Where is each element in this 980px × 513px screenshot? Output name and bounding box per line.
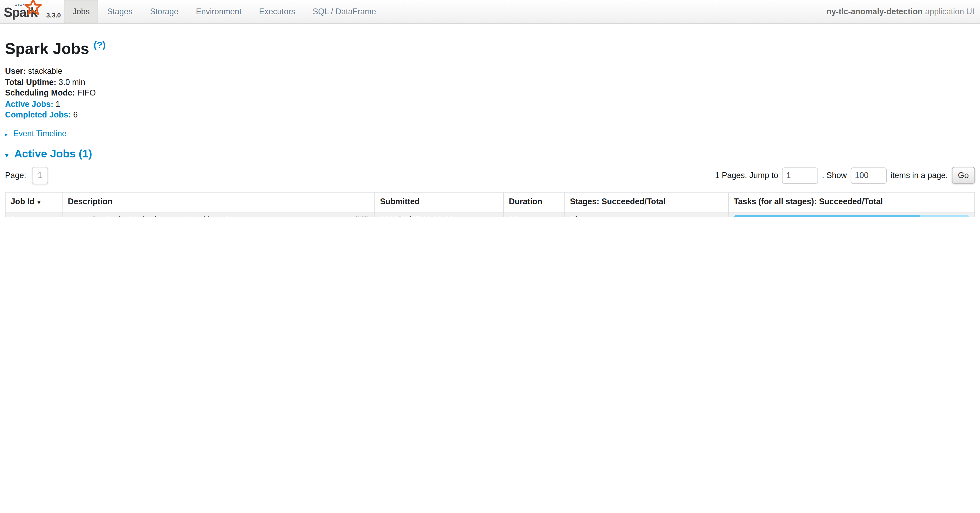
event-timeline-toggle[interactable]: ▸ Event Timeline xyxy=(5,129,975,138)
active-jobs-table: Job Id▼DescriptionSubmittedDurationStage… xyxy=(5,192,975,217)
tasks-progress-bar: 15/19 (4 running) xyxy=(734,215,969,217)
summary-info-line: User: stackable xyxy=(5,66,975,77)
page-title: Spark Jobs (?) xyxy=(5,36,975,58)
info-value: stackable xyxy=(28,67,62,76)
page-title-text: Spark Jobs xyxy=(5,40,89,57)
application-title: ny-tlc-anomaly-detection application UI xyxy=(827,0,974,23)
items-in-page-label: items in a page. xyxy=(891,171,948,180)
summary-info-line: Active Jobs: 1 xyxy=(5,99,975,110)
tab-environment[interactable]: Environment xyxy=(187,0,250,23)
tab-storage[interactable]: Storage xyxy=(141,0,188,23)
spark-jobs-page: APACHE Spark 3.3.0 JobsStagesStorageEnvi… xyxy=(0,0,980,217)
pagination-row: Page:11 Pages. Jump to. Showitems in a p… xyxy=(5,166,975,185)
jump-to-page-input[interactable] xyxy=(782,167,818,184)
pagination-left: Page:1 xyxy=(5,167,48,184)
description-cell: append at NativeMethodAccessorImpl.java:… xyxy=(62,212,374,217)
column-header-submitted[interactable]: Submitted xyxy=(375,192,504,212)
tab-jobs[interactable]: Jobs xyxy=(64,0,99,23)
items-per-page-input[interactable] xyxy=(851,167,887,184)
info-label: Scheduling Mode: xyxy=(5,88,75,98)
application-title-suffix: application UI xyxy=(925,7,974,16)
info-label: Total Uptime: xyxy=(5,77,56,87)
column-header-duration[interactable]: Duration xyxy=(504,192,565,212)
tasks-cell: 15/19 (4 running) xyxy=(728,212,974,217)
column-header-description[interactable]: Description xyxy=(62,192,374,212)
info-label: User: xyxy=(5,67,26,76)
info-value: 3.0 min xyxy=(59,77,85,87)
description-text: append at NativeMethodAccessorImpl.java:… xyxy=(68,215,369,217)
spark-logo[interactable]: APACHE Spark 3.3.0 xyxy=(0,0,64,23)
info-label[interactable]: Active Jobs: xyxy=(5,99,54,108)
application-name: ny-tlc-anomaly-detection xyxy=(827,7,923,16)
collapse-triangle-icon: ▾ xyxy=(5,151,8,159)
summary-info-line: Completed Jobs: 6 xyxy=(5,110,975,121)
summary-info-list: User: stackableTotal Uptime: 3.0 minSche… xyxy=(5,66,975,121)
active-jobs-heading[interactable]: ▾ Active Jobs (1) xyxy=(5,148,975,160)
sort-desc-icon: ▼ xyxy=(37,200,41,205)
tab-sql-dataframe[interactable]: SQL / DataFrame xyxy=(304,0,385,23)
show-label: . Show xyxy=(822,171,847,180)
stages-cell: 0/1 xyxy=(565,212,728,217)
table-header-row: Job Id▼DescriptionSubmittedDurationStage… xyxy=(5,192,975,212)
tab-executors[interactable]: Executors xyxy=(250,0,304,23)
summary-info-line: Total Uptime: 3.0 min xyxy=(5,77,975,87)
info-label[interactable]: Completed Jobs: xyxy=(5,110,71,119)
event-timeline-label: Event Timeline xyxy=(13,129,67,138)
pagination-controls: 1 Pages. Jump to. Showitems in a page.Go xyxy=(715,167,975,184)
tab-stages[interactable]: Stages xyxy=(99,0,141,23)
spark-star-icon xyxy=(24,0,43,19)
active-jobs-heading-label: Active Jobs (1) xyxy=(14,148,92,160)
kill-link[interactable]: (kill) xyxy=(354,215,369,217)
info-value: 6 xyxy=(73,110,78,119)
go-button[interactable]: Go xyxy=(952,167,975,184)
column-header-tasks-for-all-stages-succeeded-total[interactable]: Tasks (for all stages): Succeeded/Total xyxy=(728,192,974,212)
page-label: Page: xyxy=(5,171,26,180)
top-navbar: APACHE Spark 3.3.0 JobsStagesStorageEnvi… xyxy=(0,0,980,24)
page-number-button[interactable]: 1 xyxy=(32,167,48,184)
job-id-cell: 6 xyxy=(5,212,62,217)
column-header-job-id[interactable]: Job Id▼ xyxy=(5,192,62,212)
summary-info-line: Scheduling Mode: FIFO xyxy=(5,87,975,98)
info-value: 1 xyxy=(56,99,60,108)
navbar-tabs: JobsStagesStorageEnvironmentExecutorsSQL… xyxy=(64,0,385,23)
spark-version-label: 3.3.0 xyxy=(46,11,61,19)
duration-cell: 14 s xyxy=(504,212,565,217)
expand-triangle-icon: ▸ xyxy=(5,131,8,138)
submitted-cell: 2022/11/07 11:10:20 xyxy=(375,212,504,217)
info-value: FIFO xyxy=(77,88,96,98)
progress-label: 15/19 (4 running) xyxy=(734,215,969,217)
job-row: 6append at NativeMethodAccessorImpl.java… xyxy=(5,212,975,217)
column-header-stages-succeeded-total[interactable]: Stages: Succeeded/Total xyxy=(565,192,728,212)
pages-count-label: 1 Pages. Jump to xyxy=(715,171,778,180)
help-link[interactable]: (?) xyxy=(94,40,106,50)
